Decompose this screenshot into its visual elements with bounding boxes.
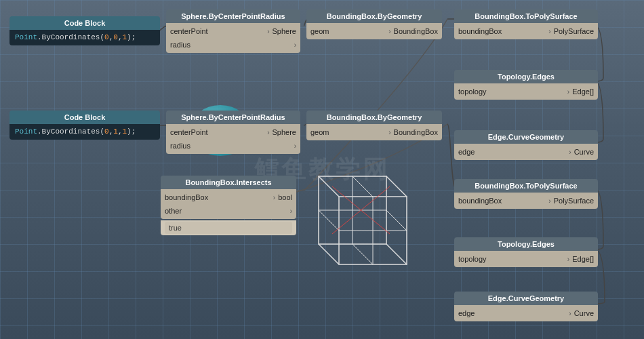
edge-curve-1: Edge.CurveGeometry edge › Curve <box>454 130 598 160</box>
code-block-2-code: Point.ByCoordinates(0,1,1); <box>15 127 136 136</box>
sphere-2-row-center: centerPoint › Sphere <box>166 125 300 139</box>
bbox-by-geom-2: BoundingBox.ByGeometry geom › BoundingBo… <box>306 111 442 140</box>
sphere-1: Sphere.ByCenterPointRadius centerPoint ›… <box>166 9 300 53</box>
code-block-1-title: Code Block <box>9 16 160 30</box>
code-block-2: Code Block Point.ByCoordinates(0,1,1); <box>9 111 160 140</box>
bbox-to-poly-1: BoundingBox.ToPolySurface boundingBox › … <box>454 9 598 39</box>
topo-edges-2: Topology.Edges topology › Edge[] <box>454 237 598 267</box>
bbox-by-geom-2-title: BoundingBox.ByGeometry <box>306 111 442 124</box>
bbox-intersects-title: BoundingBox.Intersects <box>161 176 296 189</box>
sphere-2-row-radius: radius › <box>166 139 300 153</box>
sphere-1-title: Sphere.ByCenterPointRadius <box>166 9 300 23</box>
canvas: 鳕鱼教学网 Code Block Point.ByCoordinates(0,0… <box>0 0 644 339</box>
edge-curve-2: Edge.CurveGeometry edge › Curve <box>454 292 598 321</box>
bbox-by-geom-1: BoundingBox.ByGeometry geom › BoundingBo… <box>306 9 442 39</box>
topo-edges-1: Topology.Edges topology › Edge[] <box>454 70 598 100</box>
bbox-to-poly-2-row: boundingBox › PolySurface <box>454 194 598 207</box>
bbox-intersects: BoundingBox.Intersects boundingBox › boo… <box>161 176 296 235</box>
code-block-1: Code Block Point.ByCoordinates(0,0,1); <box>9 16 160 45</box>
sphere-1-row-center: centerPoint › Sphere <box>166 24 300 38</box>
edge-curve-2-row: edge › Curve <box>454 306 598 320</box>
bbox-by-geom-1-row: geom › BoundingBox <box>306 24 442 38</box>
sphere-1-row-radius: radius › <box>166 38 300 52</box>
bbox-intersects-result: true <box>165 222 292 234</box>
topo-edges-2-row: topology › Edge[] <box>454 252 598 266</box>
bbox-to-poly-2: BoundingBox.ToPolySurface boundingBox › … <box>454 179 598 209</box>
sphere-2-title: Sphere.ByCenterPointRadius <box>166 111 300 124</box>
bbox-by-geom-1-title: BoundingBox.ByGeometry <box>306 9 442 23</box>
edge-curve-1-title: Edge.CurveGeometry <box>454 130 598 144</box>
bbox-intersects-output: true <box>161 220 296 235</box>
edge-curve-2-title: Edge.CurveGeometry <box>454 292 598 305</box>
bbox-to-poly-1-title: BoundingBox.ToPolySurface <box>454 9 598 23</box>
topo-edges-1-title: Topology.Edges <box>454 70 598 83</box>
code-block-1-code: Point.ByCoordinates(0,0,1); <box>15 33 136 41</box>
bbox-to-poly-2-title: BoundingBox.ToPolySurface <box>454 179 598 193</box>
grid <box>0 0 644 339</box>
bbox-intersects-row-bbox: boundingBox › bool <box>161 191 296 204</box>
bbox-by-geom-2-row: geom › BoundingBox <box>306 125 442 139</box>
bbox-intersects-row-other: other › <box>161 204 296 218</box>
topo-edges-2-title: Topology.Edges <box>454 237 598 251</box>
edge-curve-1-row: edge › Curve <box>454 145 598 159</box>
code-block-2-title: Code Block <box>9 111 160 124</box>
topo-edges-1-row: topology › Edge[] <box>454 85 598 98</box>
sphere-2: Sphere.ByCenterPointRadius centerPoint ›… <box>166 111 300 154</box>
bbox-to-poly-1-row: boundingBox › PolySurface <box>454 24 598 38</box>
